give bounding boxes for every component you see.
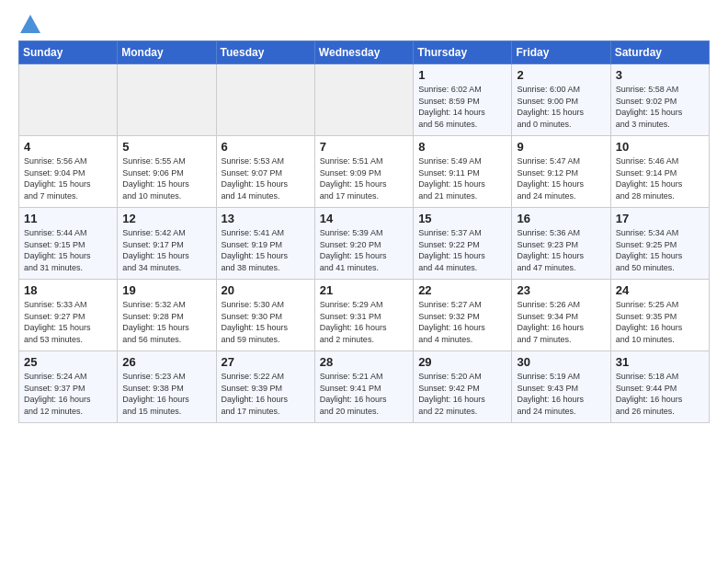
col-header-saturday: Saturday [610, 41, 709, 64]
day-info: Sunrise: 5:25 AM Sunset: 9:35 PM Dayligh… [616, 299, 704, 345]
day-info: Sunrise: 5:30 AM Sunset: 9:30 PM Dayligh… [222, 299, 310, 345]
day-number: 17 [616, 212, 704, 225]
day-number: 20 [222, 283, 310, 297]
day-cell: 2Sunrise: 6:00 AM Sunset: 9:00 PM Daylig… [512, 64, 610, 136]
day-number: 19 [122, 283, 210, 297]
svg-marker-0 [20, 15, 40, 33]
day-number: 18 [24, 283, 112, 297]
day-number: 7 [320, 140, 408, 154]
day-cell: 1Sunrise: 6:02 AM Sunset: 8:59 PM Daylig… [414, 64, 512, 136]
day-info: Sunrise: 5:37 AM Sunset: 9:22 PM Dayligh… [418, 227, 506, 273]
day-info: Sunrise: 5:27 AM Sunset: 9:32 PM Dayligh… [418, 299, 506, 345]
page: SundayMondayTuesdayWednesdayThursdayFrid… [0, 0, 728, 432]
week-row-3: 11Sunrise: 5:44 AM Sunset: 9:15 PM Dayli… [19, 208, 710, 280]
day-cell: 28Sunrise: 5:21 AM Sunset: 9:41 PM Dayli… [314, 351, 413, 423]
day-info: Sunrise: 5:24 AM Sunset: 9:37 PM Dayligh… [24, 371, 112, 417]
week-row-2: 4Sunrise: 5:56 AM Sunset: 9:04 PM Daylig… [19, 136, 710, 208]
day-number: 22 [418, 283, 506, 297]
logo-icon [20, 15, 40, 33]
day-number: 31 [616, 355, 704, 369]
day-info: Sunrise: 5:51 AM Sunset: 9:09 PM Dayligh… [320, 155, 408, 201]
day-cell [118, 64, 216, 136]
day-cell [216, 64, 314, 136]
day-cell: 16Sunrise: 5:36 AM Sunset: 9:23 PM Dayli… [512, 208, 610, 280]
week-row-1: 1Sunrise: 6:02 AM Sunset: 8:59 PM Daylig… [19, 64, 710, 136]
day-info: Sunrise: 5:23 AM Sunset: 9:38 PM Dayligh… [122, 371, 210, 417]
day-cell: 19Sunrise: 5:32 AM Sunset: 9:28 PM Dayli… [118, 280, 216, 351]
day-cell: 10Sunrise: 5:46 AM Sunset: 9:14 PM Dayli… [610, 136, 709, 208]
day-number: 2 [517, 68, 605, 82]
day-info: Sunrise: 5:19 AM Sunset: 9:43 PM Dayligh… [517, 371, 605, 417]
day-info: Sunrise: 5:55 AM Sunset: 9:06 PM Dayligh… [122, 155, 210, 201]
day-number: 30 [517, 355, 605, 369]
day-number: 27 [222, 355, 310, 369]
day-number: 12 [122, 212, 210, 225]
day-number: 29 [418, 355, 506, 369]
day-info: Sunrise: 5:41 AM Sunset: 9:19 PM Dayligh… [222, 227, 310, 273]
calendar-header-row: SundayMondayTuesdayWednesdayThursdayFrid… [19, 41, 710, 64]
week-row-4: 18Sunrise: 5:33 AM Sunset: 9:27 PM Dayli… [19, 280, 710, 351]
day-number: 5 [122, 140, 210, 154]
day-info: Sunrise: 5:33 AM Sunset: 9:27 PM Dayligh… [24, 299, 112, 345]
day-info: Sunrise: 5:21 AM Sunset: 9:41 PM Dayligh… [320, 371, 408, 417]
day-cell: 9Sunrise: 5:47 AM Sunset: 9:12 PM Daylig… [512, 136, 610, 208]
day-cell: 11Sunrise: 5:44 AM Sunset: 9:15 PM Dayli… [19, 208, 118, 280]
day-info: Sunrise: 5:56 AM Sunset: 9:04 PM Dayligh… [24, 155, 112, 201]
col-header-thursday: Thursday [414, 41, 512, 64]
day-number: 6 [222, 140, 310, 154]
day-number: 28 [320, 355, 408, 369]
day-cell: 4Sunrise: 5:56 AM Sunset: 9:04 PM Daylig… [19, 136, 118, 208]
day-number: 9 [517, 140, 605, 154]
day-info: Sunrise: 5:26 AM Sunset: 9:34 PM Dayligh… [517, 299, 605, 345]
day-info: Sunrise: 5:22 AM Sunset: 9:39 PM Dayligh… [222, 371, 310, 417]
calendar-table: SundayMondayTuesdayWednesdayThursdayFrid… [18, 40, 710, 423]
day-cell: 25Sunrise: 5:24 AM Sunset: 9:37 PM Dayli… [19, 351, 118, 423]
day-cell [19, 64, 118, 136]
col-header-sunday: Sunday [19, 41, 118, 64]
day-info: Sunrise: 5:44 AM Sunset: 9:15 PM Dayligh… [24, 227, 112, 273]
day-number: 21 [320, 283, 408, 297]
day-info: Sunrise: 5:32 AM Sunset: 9:28 PM Dayligh… [122, 299, 210, 345]
day-info: Sunrise: 5:47 AM Sunset: 9:12 PM Dayligh… [517, 155, 605, 201]
day-info: Sunrise: 5:36 AM Sunset: 9:23 PM Dayligh… [517, 227, 605, 273]
week-row-5: 25Sunrise: 5:24 AM Sunset: 9:37 PM Dayli… [19, 351, 710, 423]
day-info: Sunrise: 5:53 AM Sunset: 9:07 PM Dayligh… [222, 155, 310, 201]
day-cell: 17Sunrise: 5:34 AM Sunset: 9:25 PM Dayli… [610, 208, 709, 280]
day-info: Sunrise: 5:18 AM Sunset: 9:44 PM Dayligh… [616, 371, 704, 417]
day-number: 11 [24, 212, 112, 225]
day-cell: 21Sunrise: 5:29 AM Sunset: 9:31 PM Dayli… [314, 280, 413, 351]
day-info: Sunrise: 5:42 AM Sunset: 9:17 PM Dayligh… [122, 227, 210, 273]
day-cell: 31Sunrise: 5:18 AM Sunset: 9:44 PM Dayli… [610, 351, 709, 423]
day-cell: 3Sunrise: 5:58 AM Sunset: 9:02 PM Daylig… [610, 64, 709, 136]
day-number: 4 [24, 140, 112, 154]
day-number: 1 [418, 68, 506, 82]
day-cell: 6Sunrise: 5:53 AM Sunset: 9:07 PM Daylig… [216, 136, 314, 208]
day-cell: 13Sunrise: 5:41 AM Sunset: 9:19 PM Dayli… [216, 208, 314, 280]
day-cell: 20Sunrise: 5:30 AM Sunset: 9:30 PM Dayli… [216, 280, 314, 351]
day-number: 15 [418, 212, 506, 225]
day-cell: 18Sunrise: 5:33 AM Sunset: 9:27 PM Dayli… [19, 280, 118, 351]
day-cell: 7Sunrise: 5:51 AM Sunset: 9:09 PM Daylig… [314, 136, 413, 208]
day-cell: 29Sunrise: 5:20 AM Sunset: 9:42 PM Dayli… [414, 351, 512, 423]
day-cell: 26Sunrise: 5:23 AM Sunset: 9:38 PM Dayli… [118, 351, 216, 423]
day-cell: 22Sunrise: 5:27 AM Sunset: 9:32 PM Dayli… [414, 280, 512, 351]
day-cell: 5Sunrise: 5:55 AM Sunset: 9:06 PM Daylig… [118, 136, 216, 208]
day-cell: 8Sunrise: 5:49 AM Sunset: 9:11 PM Daylig… [414, 136, 512, 208]
day-cell: 12Sunrise: 5:42 AM Sunset: 9:17 PM Dayli… [118, 208, 216, 280]
day-cell [314, 64, 413, 136]
day-info: Sunrise: 5:39 AM Sunset: 9:20 PM Dayligh… [320, 227, 408, 273]
day-number: 23 [517, 283, 605, 297]
day-number: 26 [122, 355, 210, 369]
day-cell: 30Sunrise: 5:19 AM Sunset: 9:43 PM Dayli… [512, 351, 610, 423]
day-info: Sunrise: 5:20 AM Sunset: 9:42 PM Dayligh… [418, 371, 506, 417]
header [18, 15, 710, 31]
day-number: 10 [616, 140, 704, 154]
day-info: Sunrise: 5:46 AM Sunset: 9:14 PM Dayligh… [616, 155, 704, 201]
day-info: Sunrise: 6:00 AM Sunset: 9:00 PM Dayligh… [517, 84, 605, 130]
day-number: 16 [517, 212, 605, 225]
day-number: 14 [320, 212, 408, 225]
day-number: 3 [616, 68, 704, 82]
day-info: Sunrise: 5:34 AM Sunset: 9:25 PM Dayligh… [616, 227, 704, 273]
day-cell: 15Sunrise: 5:37 AM Sunset: 9:22 PM Dayli… [414, 208, 512, 280]
day-cell: 24Sunrise: 5:25 AM Sunset: 9:35 PM Dayli… [610, 280, 709, 351]
